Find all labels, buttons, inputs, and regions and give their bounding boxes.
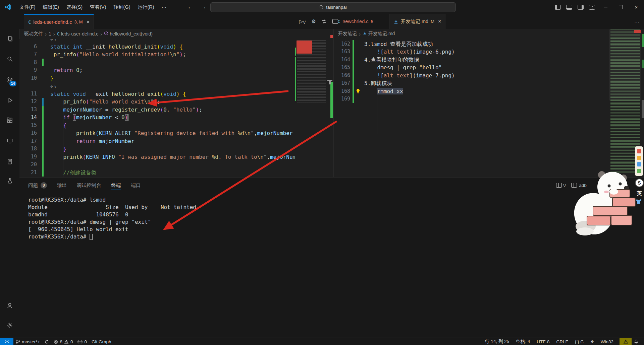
menu-overflow-icon[interactable]: ··· bbox=[158, 2, 170, 12]
activity-item-settings[interactable] bbox=[0, 317, 19, 334]
code-line[interactable]: 16 printk(KERN_ALERT "Registering device… bbox=[19, 129, 295, 137]
more-actions-icon[interactable]: ··· bbox=[634, 19, 639, 24]
tab-leds-user-defind[interactable]: C leds-user-defind.c 3, M × bbox=[24, 14, 94, 29]
customize-layout-icon[interactable] bbox=[589, 5, 595, 10]
breadcrumb-item[interactable]: 开发笔记 bbox=[338, 31, 357, 37]
menu-item[interactable]: 查看(V) bbox=[86, 2, 110, 12]
activity-item-remote-explorer[interactable] bbox=[0, 132, 19, 149]
window-minimize-button[interactable] bbox=[598, 0, 613, 14]
code-line[interactable]: 10} bbox=[19, 74, 295, 82]
code-line[interactable]: 8 bbox=[19, 59, 295, 67]
code-line[interactable]: 7 pr_info("Hello world initialization!\n… bbox=[19, 51, 295, 59]
breadcrumb-item[interactable]: leds-user-defind.c bbox=[61, 31, 98, 37]
menu-item[interactable]: 选择(S) bbox=[63, 2, 86, 12]
menu-item[interactable]: 编辑(E) bbox=[39, 2, 63, 12]
breadcrumb-item[interactable]: 1 bbox=[49, 31, 51, 37]
ime-skin-tag[interactable] bbox=[635, 146, 643, 176]
activity-item-run-debug[interactable] bbox=[0, 92, 19, 109]
status-notifications-icon[interactable] bbox=[632, 338, 641, 345]
status-language-mode[interactable]: { } C bbox=[572, 338, 587, 345]
tab-dev-notes[interactable]: 开发笔记.md M × bbox=[389, 14, 445, 29]
activity-item-search[interactable] bbox=[0, 51, 19, 67]
compare-changes-icon[interactable] bbox=[322, 19, 327, 24]
command-center-search[interactable]: taishanpai bbox=[210, 2, 456, 12]
breadcrumb-item[interactable]: 驱动文件 bbox=[24, 31, 43, 37]
minimap-slider[interactable] bbox=[609, 29, 641, 100]
minimap[interactable] bbox=[295, 39, 329, 177]
window-maximize-button[interactable] bbox=[613, 0, 629, 14]
code-line[interactable]: 13 mejornNumber = register_chrdev(0, "he… bbox=[19, 106, 295, 114]
code-line[interactable]: 166 ![alt text](image-7.png) bbox=[333, 72, 609, 80]
run-button[interactable]: ▷⋁ bbox=[299, 18, 306, 24]
status-sync[interactable] bbox=[42, 338, 51, 345]
ime-toolbar[interactable]: S 英 bbox=[635, 146, 644, 205]
activity-item-notebook[interactable] bbox=[0, 153, 19, 170]
status-indentation[interactable]: 空格: 4 bbox=[513, 338, 533, 345]
code-line[interactable]: 168 rmmod xx bbox=[333, 87, 609, 95]
ime-language-mode[interactable]: 英 bbox=[635, 190, 644, 197]
toggle-secondary-sidebar-icon[interactable] bbox=[578, 5, 584, 10]
status-ports[interactable]: 0 bbox=[75, 338, 89, 345]
window-close-button[interactable]: × bbox=[629, 0, 644, 14]
menu-item[interactable]: 文件(F) bbox=[16, 2, 39, 12]
editor-group-separator[interactable] bbox=[333, 29, 334, 177]
code-line[interactable]: 19 printk(KERN_INFO "I was assigned majo… bbox=[19, 153, 295, 161]
activity-item-extensions[interactable] bbox=[0, 112, 19, 129]
breadcrumb[interactable]: 开发笔记›开发笔记.md bbox=[338, 29, 606, 39]
status-git-graph[interactable]: Git Graph bbox=[89, 338, 114, 345]
status-cursor-position[interactable]: 行 14, 列 25 bbox=[482, 338, 513, 345]
remote-indicator[interactable]: >< bbox=[0, 338, 13, 345]
status-encoding[interactable]: UTF-8 bbox=[533, 338, 553, 345]
status-language-status[interactable]: ❖ bbox=[587, 338, 597, 345]
ime-logo[interactable]: S bbox=[635, 179, 644, 187]
tab-close-icon[interactable]: × bbox=[438, 18, 441, 24]
code-line[interactable]: 9 return 0; bbox=[19, 66, 295, 74]
code-editor-left[interactable]: ❖∨6static int __init helloworld_init(voi… bbox=[19, 39, 295, 177]
toggle-panel-icon[interactable] bbox=[566, 5, 572, 10]
breadcrumb-item[interactable]: 开发笔记.md bbox=[368, 31, 395, 37]
code-line[interactable]: 14 if (mejorNumber < 0) bbox=[19, 114, 295, 122]
status-warning-badge[interactable] bbox=[620, 338, 632, 345]
code-line[interactable]: 6static int __init helloworld_init(void)… bbox=[19, 43, 295, 51]
status-platform[interactable]: Win32 bbox=[597, 338, 617, 345]
ime-skin-icon[interactable] bbox=[636, 199, 642, 204]
panel-tab-调试控制台[interactable]: 调试控制台 bbox=[77, 178, 101, 193]
codelens-row[interactable]: ❖∨ bbox=[19, 82, 295, 90]
tab-newchrled[interactable]: C newchrled.c 5 bbox=[333, 14, 377, 29]
activity-item-explorer[interactable] bbox=[0, 30, 19, 47]
status-eol[interactable]: CRLF bbox=[553, 338, 571, 345]
nav-back-icon[interactable]: ← bbox=[187, 4, 193, 10]
code-line[interactable]: 11static void __exit helloworld_exit(voi… bbox=[19, 90, 295, 98]
status-branch[interactable]: master*+ bbox=[13, 338, 42, 345]
panel-tab-问题[interactable]: 问题8 bbox=[28, 178, 47, 193]
code-line[interactable]: 20 bbox=[19, 161, 295, 169]
activity-item-testing[interactable] bbox=[0, 172, 19, 189]
menu-item[interactable]: 运行(R) bbox=[134, 2, 158, 12]
settings-gear-icon[interactable]: ⚙ bbox=[312, 18, 316, 24]
codelens-row[interactable]: ❖∨ bbox=[19, 39, 295, 43]
code-line[interactable]: 163 ![alt text](image-6.png) bbox=[333, 48, 609, 56]
panel-tab-端口[interactable]: 端口 bbox=[131, 178, 141, 193]
split-terminal-button[interactable]: ⋁ bbox=[556, 183, 566, 188]
terminal-output[interactable]: root@RK356X:/data# lsmodModule Size Used… bbox=[28, 196, 196, 240]
panel-tab-终端[interactable]: 终端 bbox=[111, 178, 121, 193]
tab-close-icon[interactable]: × bbox=[87, 19, 90, 25]
code-line[interactable]: 1644.查看模块打印的数据 bbox=[333, 56, 609, 64]
code-editor-right[interactable]: 1623.lsmod 查看是否加载成功163 ![alt text](image… bbox=[333, 39, 609, 177]
breadcrumb[interactable]: 驱动文件›1›Cleds-user-defind.c›helloworld_ex… bbox=[24, 29, 333, 39]
code-line[interactable]: 17 return majorNumber bbox=[19, 137, 295, 145]
code-line[interactable]: 21 //创建设备类 bbox=[19, 169, 295, 177]
lightbulb-icon[interactable] bbox=[356, 88, 361, 95]
panel-tab-输出[interactable]: 输出 bbox=[57, 178, 67, 193]
toggle-sidebar-icon[interactable] bbox=[555, 5, 561, 10]
launch-profile-button[interactable]: adb bbox=[571, 183, 587, 188]
code-line[interactable]: 18 } bbox=[19, 145, 295, 153]
breadcrumb-item[interactable]: helloworld_exit(void) bbox=[110, 31, 153, 37]
code-line[interactable]: 169 bbox=[333, 95, 609, 103]
code-line[interactable]: 15 { bbox=[19, 122, 295, 130]
activity-item-source-control[interactable]: 14 bbox=[0, 71, 19, 88]
code-line[interactable]: 1675.卸载模块 bbox=[333, 79, 609, 87]
menu-item[interactable]: 转到(G) bbox=[110, 2, 134, 12]
code-line[interactable]: 1623.lsmod 查看是否加载成功 bbox=[333, 40, 609, 48]
activity-item-account[interactable] bbox=[0, 297, 19, 314]
